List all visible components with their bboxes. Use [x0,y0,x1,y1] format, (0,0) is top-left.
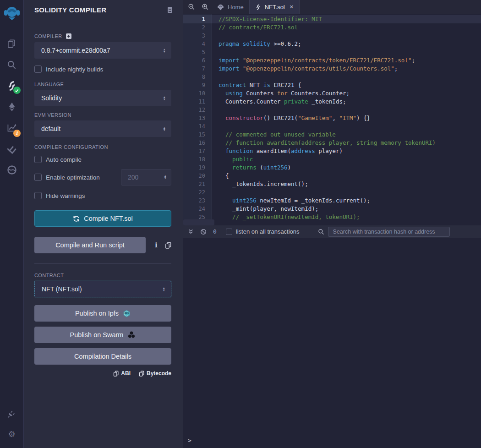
code-text: uint256 newItemId = _tokenIds.current(); [212,197,370,205]
sidebar-icon-settings[interactable]: ⚙ [0,424,24,444]
add-custom-compiler-icon[interactable] [66,33,72,39]
code-editor[interactable]: 1//SPDX-License-Identifier: MIT2// contr… [183,14,481,225]
code-line[interactable]: 18 public [183,155,481,164]
terminal-search-input[interactable] [328,227,450,237]
refresh-icon [73,215,80,222]
code-line[interactable]: 12 [183,106,481,114]
chevron-updown-icon: ▲▼ [163,96,166,100]
language-select[interactable]: Solidity ▲▼ [34,90,171,106]
line-number: 19 [183,164,212,172]
code-line[interactable]: 24 _mint(player, newItemId); [183,205,481,213]
code-line[interactable]: 1//SPDX-License-Identifier: MIT [183,15,481,23]
tab-home[interactable]: Home [212,0,250,14]
nightly-builds-checkbox[interactable] [34,66,42,73]
auto-compile-checkbox[interactable] [34,156,42,163]
code-line[interactable]: 11 Counters.Counter private _tokenIds; [183,98,481,106]
terminal-output[interactable]: > [183,238,481,448]
compiler-version-select[interactable]: 0.8.7+commit.e28d00a7 ▲▼ [34,42,171,59]
publish-swarm-button[interactable]: Publish on Swarm [34,327,171,343]
code-line[interactable]: 13 constructor() ERC721("GameItem", "ITM… [183,114,481,122]
sidebar-icon-file-explorer[interactable] [0,33,24,54]
line-number: 17 [183,147,212,155]
sidebar-icon-static-analysis[interactable] [0,138,24,159]
code-line[interactable]: 14 [183,122,481,131]
info-icon[interactable]: i [155,241,158,249]
sidebar-icon-deploy-run[interactable] [0,96,24,117]
line-number: 9 [183,81,212,89]
code-line[interactable]: 4pragma solidity >=0.6.2; [183,40,481,48]
copy-icon [113,371,119,377]
hide-warnings-checkbox[interactable] [34,192,42,199]
sidebar-icon-solidity-compiler[interactable] [0,75,24,96]
compile-and-run-button[interactable]: Compile and Run script [34,237,146,253]
compilation-details-button[interactable]: Compilation Details [34,348,171,365]
code-line[interactable]: 19 returns (uint256) [183,164,481,172]
code-line[interactable]: 10 using Counters for Counters.Counter; [183,89,481,98]
code-line[interactable]: 21 _tokenIds.increment(); [183,180,481,188]
code-line[interactable]: 15 // commented out unused variable [183,131,481,139]
code-line[interactable]: 3 [183,32,481,40]
code-line[interactable]: 17 function awardItem(address player) [183,147,481,155]
code-text: // function awardItem(address player, st… [212,139,436,147]
sidebar-icon-search[interactable] [0,54,24,75]
remix-home-icon [217,4,224,11]
sidebar-icon-plugin-manager[interactable] [0,403,24,424]
code-text: // commented out unused variable [212,131,336,139]
sidebar-icon-plugin-circle[interactable] [0,159,24,180]
code-line[interactable]: 6import "@openzeppelin/contracts/token/E… [183,56,481,65]
evm-version-select[interactable]: default ▲▼ [34,120,171,137]
hide-warnings-row[interactable]: Hide warnings [34,192,171,199]
contract-section-label: CONTRACT [34,273,171,278]
docs-icon[interactable] [166,6,174,14]
line-number: 5 [183,48,212,56]
copy-bytecode-button[interactable]: Bytecode [139,370,171,377]
code-line[interactable]: 5 [183,48,481,56]
divider [34,263,171,264]
chevron-updown-icon: ▲▼ [164,175,167,179]
tab-nft-sol[interactable]: NFT.sol ✕ [250,0,300,14]
code-text: import "@openzeppelin/contracts/utils/Co… [212,65,398,73]
code-line[interactable]: 2// contracts/ERC721.sol [183,23,481,32]
copy-abi-button[interactable]: ABI [113,370,131,377]
publish-ipfs-button[interactable]: Publish on Ipfs IPFS [34,305,171,322]
enable-optimization-checkbox[interactable] [34,174,42,181]
terminal-prompt[interactable]: > [188,437,191,444]
zoom-in-icon[interactable] [202,3,209,11]
scrollbar-thumb[interactable] [183,219,214,225]
sidebar-icon-plugin-chart[interactable]: 1 [0,117,24,138]
solidity-compiler-panel: SOLIDITY COMPILER COMPILER 0.8.7+commit.… [24,0,183,448]
compile-button[interactable]: Compile NFT.sol [34,210,171,227]
code-line[interactable]: 16 // function awardItem(address player,… [183,139,481,147]
plug-icon [7,409,16,419]
line-number: 24 [183,205,212,213]
enable-optimization-row[interactable]: Enable optimization [34,174,100,181]
code-line[interactable]: 23 uint256 newItemId = _tokenIds.current… [183,197,481,205]
code-line[interactable]: 7import "@openzeppelin/contracts/utils/C… [183,65,481,73]
code-line[interactable]: 8 [183,73,481,81]
code-text: contract NFT is ERC721 { [212,81,301,89]
code-line[interactable]: 20 { [183,172,481,180]
zoom-out-icon[interactable] [188,3,195,11]
clear-console-icon[interactable] [200,229,207,235]
nightly-builds-row[interactable]: Include nightly builds [34,66,171,73]
copy-icon[interactable] [165,242,171,249]
code-line[interactable]: 22 [183,188,481,197]
contract-select[interactable]: NFT (NFT.sol) ▲▼ [34,281,171,297]
code-line[interactable]: 9contract NFT is ERC721 { [183,81,481,89]
expand-terminal-icon[interactable] [188,229,194,235]
swarm-icon [127,331,136,339]
code-lines: 1//SPDX-License-Identifier: MIT2// contr… [183,15,481,225]
language-section-label: LANGUAGE [34,82,171,87]
check-icon [15,88,19,93]
gear-icon: ⚙ [8,429,15,439]
auto-compile-row[interactable]: Auto compile [34,156,171,163]
remix-logo[interactable] [0,1,24,27]
files-icon [7,39,16,49]
line-number: 18 [183,155,212,164]
horizontal-scrollbar[interactable] [183,219,481,225]
close-tab-icon[interactable]: ✕ [290,4,294,10]
listen-all-transactions-checkbox[interactable] [226,229,232,235]
code-text: constructor() ERC721("GameItem", "ITM") … [212,114,370,122]
svg-text:IPFS: IPFS [124,312,129,315]
code-text: returns (uint256) [212,164,291,172]
